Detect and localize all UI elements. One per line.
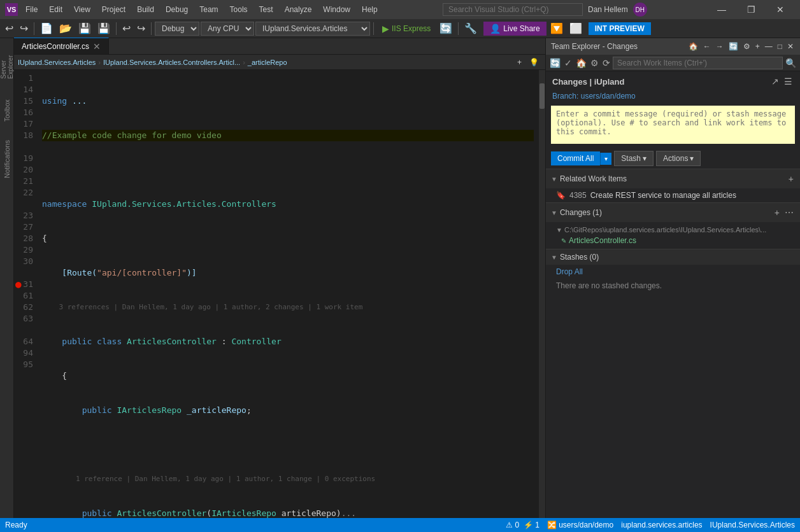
changes-collapse-icon: ▼ [551,209,557,216]
te-expand-icon[interactable]: ↗ [770,75,780,88]
te-changes-header: Changes | iUpland ↗ ☰ [546,71,800,92]
te-sync-icon[interactable]: ⟳ [601,57,611,69]
te-options-icon[interactable]: ☰ [783,75,794,88]
minimize-button[interactable]: — [707,0,736,19]
menu-tools[interactable]: Tools [225,4,253,15]
platform-dropdown[interactable]: Any CPU [201,22,254,36]
tab-close-icon[interactable]: ✕ [93,41,101,52]
user-area: Dan Hellem DH [443,3,647,17]
commit-message-input[interactable] [551,106,795,144]
bulb-button[interactable]: 💡 [527,57,541,68]
diagnostics-button[interactable]: 🔧 [462,21,480,36]
project-name: iupland.services.articles [621,521,702,529]
redo-button[interactable]: ↪ [134,21,148,36]
new-file-button[interactable]: 📄 [38,21,55,36]
code-content[interactable]: using ... //Example code change for demo… [37,70,539,532]
code-editor[interactable]: 1 14 15 16 17 18 19 20 21 22 23 27 28 29 [14,70,545,532]
run-button[interactable]: ▶ IIS Express [377,22,436,35]
tab-bar: ArticlesController.cs ✕ [14,38,545,55]
filter-button[interactable]: 🔽 [548,21,566,36]
related-work-items-section: ▼ Related Work Items + 🔖 4385 Create RES… [546,169,800,202]
te-forward-icon[interactable]: → [715,41,725,52]
changes-section-header[interactable]: ▼ Changes (1) + ⋯ [546,203,800,222]
stashes-header[interactable]: ▼ Stashes (0) [546,249,800,265]
menu-build[interactable]: Build [132,4,159,15]
liveshare-button[interactable]: 👤 Live Share [483,22,546,36]
te-refresh2-icon[interactable]: 🔄 [548,57,562,69]
te-back-icon[interactable]: ← [702,41,712,52]
te-settings-icon[interactable]: ⚙ [742,41,752,52]
int-preview-button[interactable]: INT PREVIEW [589,22,651,35]
te-settings2-icon[interactable]: ⚙ [589,57,600,69]
change-options-icon[interactable]: ⋯ [783,206,795,219]
te-search-input[interactable] [613,57,783,69]
actions-button[interactable]: Actions ▾ [656,151,701,166]
titlebar: VS File Edit View Project Build Debug Te… [0,0,800,19]
related-wi-title: Related Work Items [560,174,627,183]
te-maximize-icon[interactable]: □ [776,41,783,52]
editor-tab-articles-controller[interactable]: ArticlesController.cs ✕ [14,38,109,54]
refresh-button[interactable]: 🔄 [437,21,455,36]
te-home2-icon[interactable]: 🏠 [575,57,588,69]
save-button[interactable]: 💾 [76,21,94,36]
restore-button[interactable]: ❐ [736,0,766,19]
undo-button[interactable]: ↩ [120,21,133,36]
menu-help[interactable]: Help [357,4,383,15]
stash-button[interactable]: Stash ▾ [614,151,654,166]
commit-dropdown-arrow[interactable]: ▾ [600,153,611,165]
te-commit-icon[interactable]: ✓ [563,57,573,69]
user-avatar[interactable]: DH [633,3,647,17]
breadcrumb-3: _articleRepo [248,59,287,66]
error-count[interactable]: ⚠ 0 ⚡ 1 [506,521,539,529]
editor-actions: + 💡 [515,57,541,68]
statusbar-left: Ready [5,521,27,529]
changes-title: Changes (1) [560,208,602,217]
layout-button[interactable]: ⬜ [567,21,585,36]
global-search[interactable] [443,3,583,16]
back-button[interactable]: ↩ [3,21,16,36]
add-bookmark-button[interactable]: + [515,57,524,68]
open-file-button[interactable]: 📂 [57,21,75,36]
forward-button[interactable]: ↪ [17,21,31,36]
server-explorer-icon[interactable]: Server Explorer [1,41,13,79]
menu-file[interactable]: File [20,4,43,15]
close-button[interactable]: ✕ [766,0,795,19]
editor-vscroll-thumb [539,83,545,109]
menu-debug[interactable]: Debug [161,4,193,15]
menu-team[interactable]: Team [194,4,223,15]
debug-config-dropdown[interactable]: Debug [155,22,199,36]
drop-all-button[interactable]: Drop All [546,265,800,279]
te-home-icon[interactable]: 🏠 [687,41,699,52]
git-branch[interactable]: 🔀 users/dan/demo [547,521,613,529]
menu-test[interactable]: Test [254,4,278,15]
menu-edit[interactable]: Edit [44,4,68,15]
menu-view[interactable]: View [69,4,96,15]
te-refresh-icon[interactable]: 🔄 [727,41,739,52]
related-work-items-header[interactable]: ▼ Related Work Items + [546,169,800,188]
te-search-icon[interactable]: 🔍 [784,57,797,69]
add-change-icon[interactable]: + [773,206,781,219]
toolbox-icon[interactable]: Toolbox [1,92,13,130]
notifications-panel[interactable]: Notifications [0,127,14,191]
breadcrumb-1: IUpland.Services.Articles [18,59,96,66]
commit-all-button[interactable]: Commit All [551,151,600,165]
project-dropdown[interactable]: IUpland.Services.Articles [255,22,370,36]
menu-analyze[interactable]: Analyze [280,4,317,15]
change-file-item[interactable]: ✎ ArticlesController.cs [551,235,795,246]
te-controls: 🏠 ← → 🔄 ⚙ + — □ ✕ [687,41,795,52]
menu-window[interactable]: Window [318,4,355,15]
change-repo-path: C:\GitRepos\iupland.services.articles\IU… [564,226,766,234]
save-all-button[interactable]: 💾 [95,21,113,36]
te-minimize-icon[interactable]: — [764,41,774,52]
statusbar-right: ⚠ 0 ⚡ 1 🔀 users/dan/demo iupland.service… [506,521,795,529]
vs-logo: VS [5,3,18,16]
menu-project[interactable]: Project [97,4,131,15]
add-work-item-icon[interactable]: + [787,172,795,185]
te-new-icon[interactable]: + [754,41,761,52]
tab-label: ArticlesController.cs [22,42,89,51]
menu-bar: File Edit View Project Build Debug Team … [20,4,383,15]
editor-vscroll[interactable] [539,70,545,532]
work-item-4385: 🔖 4385 Create REST service to manage all… [546,188,800,202]
te-branch-name: users/dan/demo [581,92,636,101]
te-close-icon[interactable]: ✕ [786,41,795,52]
